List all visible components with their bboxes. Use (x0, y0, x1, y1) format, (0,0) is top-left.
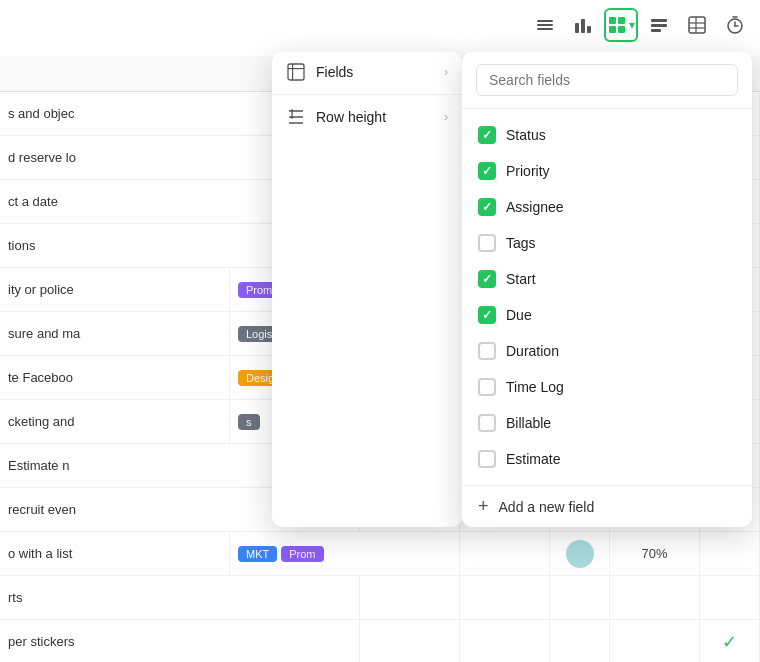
field-item-status[interactable]: Status (462, 117, 752, 153)
field-item-estimate[interactable]: Estimate (462, 441, 752, 477)
field-label-duration: Duration (506, 343, 559, 359)
toolbar: ▾ (528, 8, 752, 42)
table-row: rts (0, 576, 760, 620)
cell-task-5: sure and ma (0, 312, 230, 355)
checkbox-due[interactable] (478, 306, 496, 324)
field-item-assignee[interactable]: Assignee (462, 189, 752, 225)
cell-task-6: te Faceboo (0, 356, 230, 399)
task-text-1: d reserve lo (8, 150, 76, 165)
cell-prob-12 (610, 620, 700, 662)
field-label-time-log: Time Log (506, 379, 564, 395)
cell-prob-10: 70% (610, 532, 700, 575)
fields-menu-label: Fields (316, 64, 434, 80)
checkbox-estimate[interactable] (478, 450, 496, 468)
grid-icon (607, 15, 627, 35)
task-text-9: recruit even (8, 502, 76, 517)
cell-task-12: per stickers (0, 620, 360, 662)
field-label-tags: Tags (506, 235, 536, 251)
table-row: per stickers✓ (0, 620, 760, 662)
check-icon-12: ✓ (722, 631, 737, 653)
add-field-button[interactable]: + Add a new field (462, 485, 752, 527)
checkbox-duration[interactable] (478, 342, 496, 360)
checkbox-start[interactable] (478, 270, 496, 288)
row-height-icon (286, 107, 306, 127)
grid-icon-button[interactable]: ▾ (604, 8, 638, 42)
task-text-2: ct a date (8, 194, 58, 209)
avatar-10 (566, 540, 594, 568)
grid-dropdown-arrow: ▾ (629, 18, 635, 32)
search-box (462, 52, 752, 109)
cell-date-12 (460, 620, 550, 662)
tag-Prom: Prom (281, 546, 323, 562)
cell-avatar-11 (550, 576, 610, 619)
field-label-assignee: Assignee (506, 199, 564, 215)
cell-check-11 (700, 576, 760, 619)
task-text-11: rts (8, 590, 22, 605)
context-menu: Fields › Row height › (272, 52, 462, 527)
bar-chart-icon (573, 15, 593, 35)
cell-tags-empty-12 (360, 620, 460, 662)
svg-rect-22 (288, 68, 304, 69)
task-text-10: o with a list (8, 546, 72, 561)
svg-rect-11 (651, 24, 667, 27)
field-item-start[interactable]: Start (462, 261, 752, 297)
field-item-priority[interactable]: Priority (462, 153, 752, 189)
field-label-priority: Priority (506, 163, 550, 179)
svg-rect-8 (609, 26, 616, 33)
field-item-duration[interactable]: Duration (462, 333, 752, 369)
task-text-5: sure and ma (8, 326, 80, 341)
task-text-4: ity or police (8, 282, 74, 297)
svg-rect-10 (651, 19, 667, 22)
search-input[interactable] (476, 64, 738, 96)
svg-rect-0 (537, 20, 553, 22)
timer-icon-button[interactable] (718, 8, 752, 42)
table-icon-button[interactable] (680, 8, 714, 42)
svg-rect-23 (292, 64, 293, 80)
cell-prob-11 (610, 576, 700, 619)
svg-marker-28 (290, 109, 294, 111)
menu-divider (272, 94, 462, 95)
checkbox-tags[interactable] (478, 234, 496, 252)
cell-tags-empty-11 (360, 576, 460, 619)
cell-task-4: ity or police (0, 268, 230, 311)
cell-task-7: cketing and (0, 400, 230, 443)
cell-date-11 (460, 576, 550, 619)
fields-panel: StatusPriorityAssigneeTagsStartDueDurati… (462, 52, 752, 527)
svg-marker-29 (290, 117, 294, 119)
menu-icon (535, 15, 555, 35)
field-item-due[interactable]: Due (462, 297, 752, 333)
task-text-7: cketing and (8, 414, 75, 429)
table-icon (687, 15, 707, 35)
task-text-3: tions (8, 238, 35, 253)
table-row: o with a listMKTProm70% (0, 532, 760, 576)
field-item-time-log[interactable]: Time Log (462, 369, 752, 405)
row-height-menu-arrow: › (444, 110, 448, 124)
bar-chart-icon-button[interactable] (566, 8, 600, 42)
row-height-menu-label: Row height (316, 109, 434, 125)
cell-check-12: ✓ (700, 620, 760, 662)
menu-icon-button[interactable] (528, 8, 562, 42)
field-label-estimate: Estimate (506, 451, 560, 467)
checkbox-billable[interactable] (478, 414, 496, 432)
svg-rect-4 (581, 19, 585, 33)
svg-rect-2 (537, 28, 553, 30)
svg-rect-7 (618, 17, 625, 24)
layout-icon-button[interactable] (642, 8, 676, 42)
field-item-tags[interactable]: Tags (462, 225, 752, 261)
checkbox-time-log[interactable] (478, 378, 496, 396)
checkbox-priority[interactable] (478, 162, 496, 180)
svg-rect-12 (651, 29, 661, 32)
menu-item-fields[interactable]: Fields › (272, 52, 462, 92)
svg-rect-5 (587, 26, 591, 33)
svg-rect-21 (288, 64, 304, 80)
field-label-billable: Billable (506, 415, 551, 431)
svg-rect-3 (575, 23, 579, 33)
field-list: StatusPriorityAssigneeTagsStartDueDurati… (462, 109, 752, 485)
checkbox-status[interactable] (478, 126, 496, 144)
field-item-billable[interactable]: Billable (462, 405, 752, 441)
timer-icon (725, 15, 745, 35)
task-text-0: s and objec (8, 106, 75, 121)
checkbox-assignee[interactable] (478, 198, 496, 216)
fields-icon (286, 62, 306, 82)
menu-item-row-height[interactable]: Row height › (272, 97, 462, 137)
